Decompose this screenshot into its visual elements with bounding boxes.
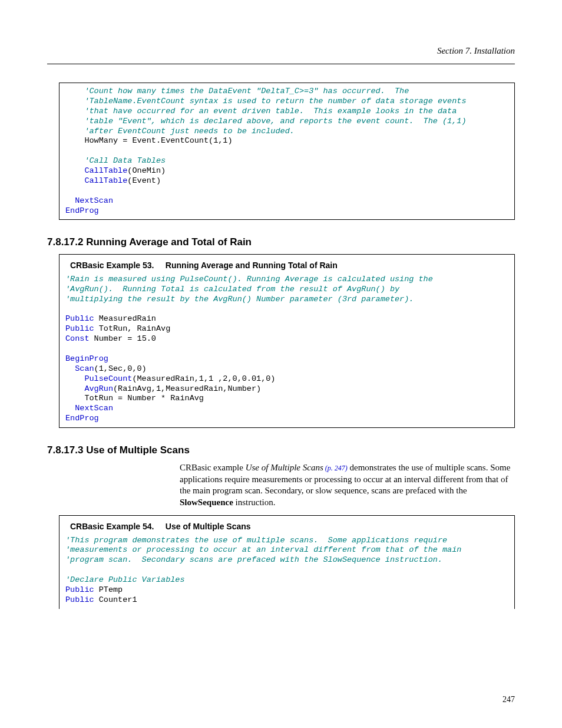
code-comment: 'Call Data Tables	[84, 156, 166, 165]
code-text: MeasuredRain	[94, 314, 156, 323]
code-keyword: AvgRun	[84, 384, 113, 393]
code-comment: 'that have occurred for an event driven …	[84, 107, 457, 116]
example-title: CRBasic Example 54. Use of Multiple Scan…	[65, 519, 508, 536]
example-label: CRBasic Example 54.	[70, 522, 154, 531]
code-comment: 'multiplying the result by the AvgRun() …	[65, 295, 414, 304]
code-comment: 'Rain is measured using PulseCount(). Ru…	[65, 275, 433, 284]
code-keyword: PulseCount	[84, 374, 132, 383]
code-comment: 'Declare Public Variables	[65, 575, 185, 584]
code-keyword: EndProg	[65, 206, 99, 215]
code-keyword: Scan	[75, 364, 94, 373]
para-italic: Use of Multiple Scans	[246, 463, 323, 472]
code-text: (MeasuredRain,1,1 ,2,0,0.01,0)	[132, 374, 275, 383]
code-comment: 'AvgRun(). Running Total is calculated f…	[65, 285, 399, 294]
para-text: instruction.	[233, 498, 276, 507]
code-keyword: Public	[65, 314, 94, 323]
page-reference-link[interactable]: (p. 247)	[323, 464, 348, 472]
code-text: TotRun, RainAvg	[94, 324, 171, 333]
code-comment: 'TableName.EventCount syntax is used to …	[84, 97, 466, 106]
code-text: Counter1	[94, 595, 137, 604]
code-keyword: CallTable	[84, 166, 127, 175]
body-paragraph: CRBasic example Use of Multiple Scans (p…	[180, 462, 515, 508]
example-name: Running Average and Running Total of Rai…	[166, 261, 338, 270]
code-text: (RainAvg,1,MeasuredRain,Number)	[113, 384, 261, 393]
code-text: (Event)	[127, 176, 161, 185]
code-block-example-53: CRBasic Example 53. Running Average and …	[59, 254, 515, 428]
code-block-event-count: 'Count how many times the DataEvent "Del…	[59, 83, 515, 220]
code-keyword: NextScan	[75, 404, 113, 413]
code-comment: 'after EventCount just needs to be inclu…	[84, 127, 294, 136]
example-title: CRBasic Example 53. Running Average and …	[65, 258, 508, 275]
section-heading-running-average: 7.8.17.2 Running Average and Total of Ra…	[47, 236, 515, 248]
code-keyword: CallTable	[84, 176, 127, 185]
page-number: 247	[503, 695, 515, 704]
code-comment: 'program scan. Secondary scans are prefa…	[65, 555, 442, 564]
example-name: Use of Multiple Scans	[166, 522, 251, 531]
code-line: HowMany = Event.EventCount(1,1)	[84, 136, 232, 145]
code-text: Number = 15.0	[90, 334, 156, 343]
code-keyword: Public	[65, 324, 94, 333]
code-text: (1,Sec,0,0)	[94, 364, 147, 373]
example-label: CRBasic Example 53.	[70, 261, 154, 270]
header-rule	[47, 64, 515, 64]
code-text: (OneMin)	[127, 166, 166, 175]
code-block-example-54: CRBasic Example 54. Use of Multiple Scan…	[59, 515, 515, 609]
header-section-label: Section 7. Installation	[437, 46, 515, 56]
code-comment: 'table "Event", which is declared above,…	[84, 117, 466, 126]
code-keyword: Const	[65, 334, 90, 343]
code-keyword: Public	[65, 595, 94, 604]
code-keyword: BeginProg	[65, 354, 108, 363]
code-line: TotRun = Number * RainAvg	[84, 394, 204, 403]
para-bold: SlowSequence	[180, 498, 233, 507]
code-keyword: NextScan	[75, 196, 113, 205]
para-text: CRBasic example	[180, 463, 246, 472]
code-comment: 'This program demonstrates the use of mu…	[65, 536, 447, 545]
code-comment: 'measurements or processing to occur at …	[65, 545, 461, 554]
code-comment: 'Count how many times the DataEvent "Del…	[84, 87, 409, 95]
code-keyword: Public	[65, 585, 94, 594]
code-text: PTemp	[94, 585, 123, 594]
code-keyword: EndProg	[65, 414, 99, 423]
section-heading-multiple-scans: 7.8.17.3 Use of Multiple Scans	[47, 444, 515, 456]
